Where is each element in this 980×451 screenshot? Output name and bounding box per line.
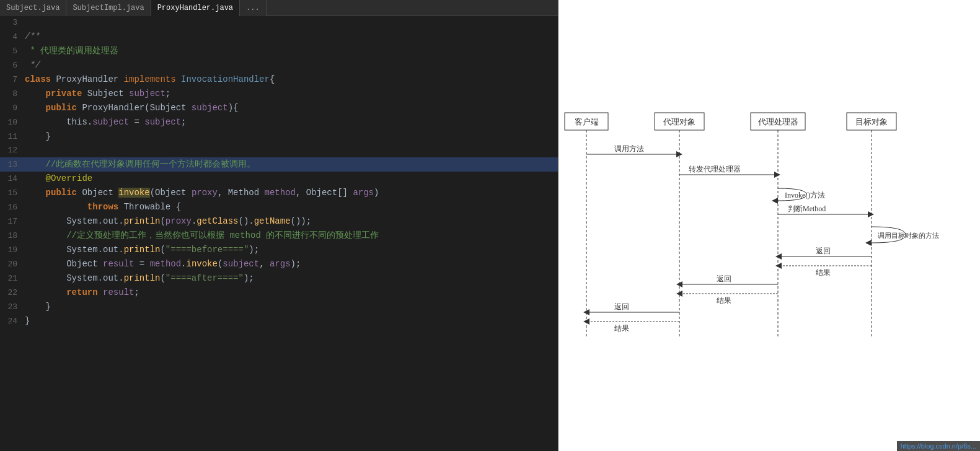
code-line-15: 15 public Object invoke(Object proxy, Me… bbox=[0, 186, 558, 200]
svg-text:返回: 返回 bbox=[816, 247, 831, 255]
tab-subjectimpl[interactable]: SubjectImpl.java bbox=[66, 0, 151, 16]
sequence-diagram: 客户端 代理对象 代理处理器 目标对象 调用方法 转发代理处理器 Invoke(… bbox=[558, 0, 980, 451]
code-line-24: 24 } bbox=[0, 314, 558, 328]
svg-text:Invoke()方法: Invoke()方法 bbox=[785, 191, 825, 199]
svg-marker-18 bbox=[772, 198, 778, 204]
svg-text:结果: 结果 bbox=[614, 324, 629, 333]
code-line-5: 5 * 代理类的调用处理器 bbox=[0, 44, 558, 58]
svg-text:客户端: 客户端 bbox=[575, 117, 599, 126]
code-line-21: 21 System.out.println("====after===="); bbox=[0, 271, 558, 286]
svg-text:返回: 返回 bbox=[717, 274, 731, 283]
svg-marker-29 bbox=[775, 263, 782, 269]
code-line-18: 18 //定义预处理的工作，当然你也可以根据 method 的不同进行不同的预处… bbox=[0, 229, 558, 243]
svg-text:目标对象: 目标对象 bbox=[855, 117, 888, 126]
svg-marker-41 bbox=[583, 318, 589, 325]
tab-bar: Subject.java SubjectImpl.java ProxyHandl… bbox=[0, 0, 558, 16]
svg-text:结果: 结果 bbox=[717, 296, 731, 305]
code-line-13: 13 //此函数在代理对象调用任何一个方法时都会被调用。 bbox=[0, 157, 558, 172]
code-line-23: 23 } bbox=[0, 300, 558, 314]
svg-text:返回: 返回 bbox=[614, 302, 629, 311]
code-line-9: 9 public ProxyHandler(Subject subject){ bbox=[0, 101, 558, 115]
code-line-14: 14 @Override bbox=[0, 172, 558, 186]
tab-more[interactable]: ... bbox=[240, 0, 267, 16]
code-line-19: 19 System.out.println("====before===="); bbox=[0, 243, 558, 257]
code-area: 3 4 /** 5 * 代理类的调用处理器 6 */ 7 class Proxy… bbox=[0, 16, 558, 451]
svg-marker-16 bbox=[774, 172, 780, 178]
svg-marker-23 bbox=[865, 240, 872, 246]
code-line-8: 8 private Subject subject; bbox=[0, 87, 558, 101]
diagram-panel: 客户端 代理对象 代理处理器 目标对象 调用方法 转发代理处理器 Invoke(… bbox=[558, 0, 980, 451]
svg-marker-26 bbox=[775, 253, 782, 260]
svg-text:调用方法: 调用方法 bbox=[614, 144, 644, 153]
tab-subject[interactable]: Subject.java bbox=[0, 0, 66, 16]
svg-marker-21 bbox=[868, 211, 874, 217]
svg-text:调用目标对象的方法: 调用目标对象的方法 bbox=[878, 232, 939, 239]
svg-text:判断Method: 判断Method bbox=[788, 204, 826, 213]
code-line-4: 4 /** bbox=[0, 30, 558, 44]
code-line-20: 20 Object result = method.invoke(subject… bbox=[0, 257, 558, 271]
code-line-12: 12 bbox=[0, 144, 558, 157]
code-panel: Subject.java SubjectImpl.java ProxyHandl… bbox=[0, 0, 558, 451]
svg-text:转发代理处理器: 转发代理处理器 bbox=[689, 165, 741, 173]
code-line-17: 17 System.out.println(proxy.getClass().g… bbox=[0, 214, 558, 229]
svg-text:代理处理器: 代理处理器 bbox=[757, 117, 798, 126]
code-line-11: 11 } bbox=[0, 129, 558, 144]
svg-text:结果: 结果 bbox=[816, 268, 831, 277]
code-line-6: 6 */ bbox=[0, 58, 558, 72]
code-line-10: 10 this.subject = subject; bbox=[0, 115, 558, 129]
code-line-22: 22 return result; bbox=[0, 286, 558, 300]
tab-proxyhandler[interactable]: ProxyHandler.java bbox=[151, 0, 240, 16]
code-line-16: 16 throws Throwable { bbox=[0, 200, 558, 214]
code-line-7: 7 class ProxyHandler implements Invocati… bbox=[0, 72, 558, 87]
code-line-3: 3 bbox=[0, 16, 558, 30]
svg-text:代理对象: 代理对象 bbox=[663, 117, 695, 126]
url-bar: https://blog.csdn.n/p/6s... bbox=[897, 441, 980, 451]
